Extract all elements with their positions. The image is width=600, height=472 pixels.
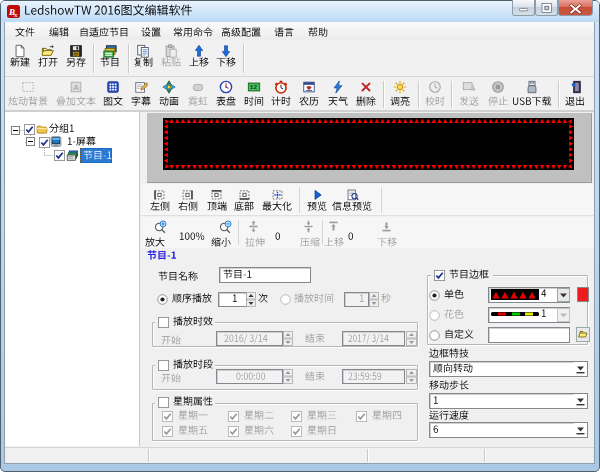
svg-text:A: A — [74, 83, 80, 92]
svg-text:12: 12 — [249, 84, 257, 91]
svg-text:x: x — [13, 11, 18, 19]
